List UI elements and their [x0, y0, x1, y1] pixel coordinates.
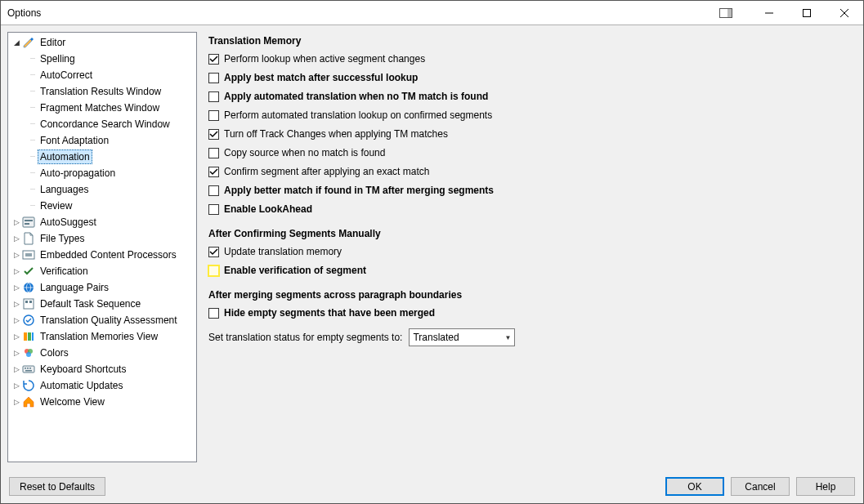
option-label: Enable LookAhead	[224, 203, 312, 215]
option-apply-better-match[interactable]: Apply better match if found in TM after …	[208, 183, 855, 198]
status-value: Translated	[413, 332, 459, 343]
tree-item-keyboard[interactable]: ▷ Keyboard Shortcuts	[8, 361, 196, 377]
tree-item-tm-view[interactable]: ▷ Translation Memories View	[8, 328, 196, 345]
svg-rect-8	[25, 223, 29, 225]
checkbox-unchecked-icon[interactable]	[208, 110, 219, 121]
tree-item-languages[interactable]: ┄Languages	[8, 181, 196, 198]
tree-item-editor[interactable]: ◢ Editor	[8, 34, 196, 51]
client-area: ◢ Editor ┄Spelling ┄AutoCorrect ┄Transla…	[1, 25, 863, 469]
tree-item-concordance[interactable]: ┄Concordance Search Window	[8, 116, 196, 132]
option-hide-empty-segments[interactable]: Hide empty segments that have been merge…	[208, 306, 855, 320]
tree-item-welcome[interactable]: ▷ Welcome View	[8, 394, 196, 410]
tree-label: Colors	[38, 346, 71, 359]
maximize-button[interactable]	[788, 1, 826, 25]
option-label: Confirm segment after applying an exact …	[224, 166, 429, 177]
help-button[interactable]: Help	[796, 477, 855, 496]
section-after-confirming: After Confirming Segments Manually	[208, 228, 855, 239]
keyboard-icon	[22, 363, 35, 376]
tree-label: Concordance Search Window	[38, 118, 172, 131]
close-button[interactable]	[826, 1, 863, 25]
svg-rect-23	[25, 368, 26, 369]
checkbox-unchecked-icon[interactable]	[208, 91, 219, 102]
expand-icon[interactable]: ▷	[11, 251, 21, 259]
expand-icon[interactable]: ▷	[11, 398, 21, 406]
tree-item-tqa[interactable]: ▷ Translation Quality Assessment	[8, 312, 196, 328]
tree-item-colors[interactable]: ▷ Colors	[8, 345, 196, 361]
checkbox-unchecked-icon[interactable]	[208, 73, 219, 83]
expand-icon[interactable]: ▷	[11, 267, 21, 275]
collapse-icon[interactable]: ◢	[11, 38, 21, 47]
option-perform-automated-lookup[interactable]: Perform automated translation lookup on …	[208, 108, 855, 123]
option-enable-lookahead[interactable]: Enable LookAhead	[208, 202, 855, 216]
checkbox-unchecked-icon[interactable]	[208, 204, 219, 215]
tree-item-language-pairs[interactable]: ▷ Language Pairs	[8, 279, 196, 296]
checkbox-checked-icon[interactable]	[208, 247, 219, 257]
option-confirm-exact-match[interactable]: Confirm segment after applying an exact …	[208, 164, 855, 179]
cancel-button[interactable]: Cancel	[731, 477, 790, 496]
tablet-mode-icon[interactable]	[718, 5, 734, 21]
tree-item-autosuggest[interactable]: ▷ AutoSuggest	[8, 214, 196, 230]
tree-label: Language Pairs	[38, 281, 111, 294]
tree-connector-icon: ┄	[28, 71, 38, 79]
options-tree[interactable]: ◢ Editor ┄Spelling ┄AutoCorrect ┄Transla…	[7, 32, 197, 462]
option-label: Apply better match if found in TM after …	[224, 185, 494, 196]
expand-icon[interactable]: ▷	[11, 381, 21, 390]
tree-item-auto-propagation[interactable]: ┄Auto-propagation	[8, 165, 196, 181]
checkbox-checked-icon[interactable]	[208, 54, 219, 65]
option-perform-lookup[interactable]: Perform lookup when active segment chang…	[208, 51, 855, 66]
options-dialog: Options ◢ Editor ┄Spelling ┄AutoCor	[0, 0, 864, 504]
checkbox-unchecked-icon[interactable]	[208, 308, 219, 319]
svg-rect-10	[25, 253, 32, 256]
autosuggest-icon	[22, 216, 35, 229]
option-copy-source[interactable]: Copy source when no match is found	[208, 145, 855, 160]
tree-item-embedded-content[interactable]: ▷ Embedded Content Processors	[8, 247, 196, 263]
tree-label: Font Adaptation	[38, 134, 111, 147]
option-turn-off-track-changes[interactable]: Turn off Track Changes when applying TM …	[208, 127, 855, 141]
expand-icon[interactable]: ▷	[11, 332, 21, 341]
checkbox-unchecked-icon[interactable]	[208, 185, 219, 196]
tree-item-autocorrect[interactable]: ┄AutoCorrect	[8, 67, 196, 83]
checkbox-checked-icon[interactable]	[208, 167, 219, 177]
checkbox-unchecked-icon[interactable]	[208, 265, 219, 276]
svg-rect-6	[23, 217, 34, 227]
option-enable-verification[interactable]: Enable verification of segment	[208, 263, 855, 278]
svg-rect-13	[25, 301, 28, 303]
expand-icon[interactable]: ▷	[11, 349, 21, 357]
tree-label: Keyboard Shortcuts	[38, 363, 128, 376]
expand-icon[interactable]: ▷	[11, 300, 21, 308]
window-title: Options	[7, 7, 41, 19]
checkbox-checked-icon[interactable]	[208, 129, 219, 140]
option-apply-best-match[interactable]: Apply best match after successful lookup	[208, 70, 855, 85]
minimize-button[interactable]	[750, 1, 788, 25]
svg-rect-22	[23, 366, 34, 372]
expand-icon[interactable]: ▷	[11, 283, 21, 292]
tree-item-spelling[interactable]: ┄Spelling	[8, 51, 196, 67]
expand-icon[interactable]: ▷	[11, 234, 21, 243]
tree-label: Default Task Sequence	[38, 297, 143, 310]
svg-rect-24	[27, 368, 29, 369]
option-label: Apply automated translation when no TM m…	[224, 91, 488, 102]
tree-item-verification[interactable]: ▷ Verification	[8, 263, 196, 279]
svg-rect-25	[29, 368, 31, 369]
tree-connector-icon: ┄	[28, 185, 38, 194]
tree-item-translation-results[interactable]: ┄Translation Results Window	[8, 83, 196, 100]
tree-item-default-task[interactable]: ▷ Default Task Sequence	[8, 296, 196, 312]
tree-item-font-adaptation[interactable]: ┄Font Adaptation	[8, 132, 196, 149]
status-dropdown[interactable]: Translated ▼	[409, 328, 515, 346]
option-apply-automated-translation[interactable]: Apply automated translation when no TM m…	[208, 89, 855, 104]
checkbox-unchecked-icon[interactable]	[208, 148, 219, 158]
ok-button[interactable]: OK	[665, 477, 724, 496]
tree-connector-icon: ┄	[28, 104, 38, 112]
tree-item-automation[interactable]: ┄Automation	[8, 149, 196, 165]
expand-icon[interactable]: ▷	[11, 316, 21, 324]
tree-item-review[interactable]: ┄Review	[8, 198, 196, 214]
tree-item-automatic-updates[interactable]: ▷ Automatic Updates	[8, 377, 196, 394]
expand-icon[interactable]: ▷	[11, 365, 21, 373]
option-update-tm[interactable]: Update translation memory	[208, 244, 855, 259]
expand-icon[interactable]: ▷	[11, 218, 21, 226]
tree-item-file-types[interactable]: ▷ File Types	[8, 230, 196, 247]
svg-rect-17	[28, 332, 31, 341]
tree-item-fragment-matches[interactable]: ┄Fragment Matches Window	[8, 100, 196, 116]
reset-defaults-button[interactable]: Reset to Defaults	[9, 477, 105, 496]
tree-label: Automation	[38, 149, 92, 164]
